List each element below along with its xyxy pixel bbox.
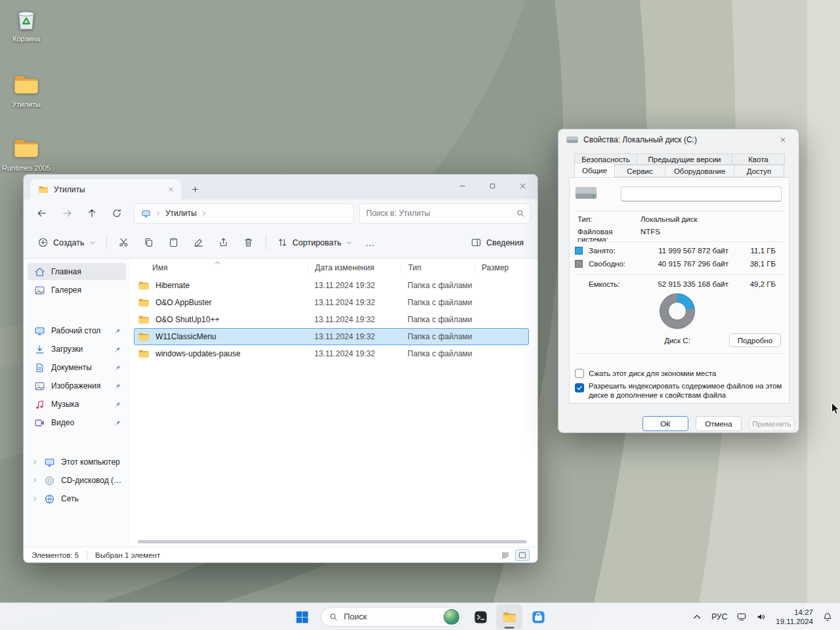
items-count: Элементов: 5 bbox=[32, 551, 79, 559]
tab-title: Утилиты bbox=[54, 185, 85, 194]
sidebar-item-home[interactable]: Главная bbox=[28, 263, 126, 280]
delete-button[interactable] bbox=[236, 232, 261, 254]
file-row-selected[interactable]: W11ClassicMenu 13.11.2024 19:32 Папка с … bbox=[134, 328, 529, 345]
copy-button[interactable] bbox=[136, 232, 161, 254]
back-button[interactable] bbox=[30, 203, 54, 224]
notification-bell-button[interactable] bbox=[818, 606, 837, 628]
details-pane-button[interactable]: Сведения bbox=[465, 232, 530, 253]
sidebar-item-desktop[interactable]: Рабочий стол bbox=[28, 322, 126, 339]
explorer-tab[interactable]: Утилиты bbox=[30, 179, 181, 200]
tab-tools[interactable]: Сервис bbox=[614, 165, 665, 177]
tab-quota[interactable]: Квота bbox=[732, 154, 785, 165]
pictures-icon bbox=[34, 381, 45, 392]
apply-button[interactable]: Применить bbox=[749, 416, 795, 431]
column-header-date[interactable]: Дата изменения bbox=[308, 262, 402, 274]
desktop-icon-runtimes[interactable]: Runtimes 2005 bbox=[0, 135, 52, 172]
cancel-button[interactable]: Отмена bbox=[696, 416, 742, 431]
rename-button[interactable] bbox=[186, 232, 211, 254]
view-list-button[interactable] bbox=[498, 549, 513, 561]
tab-close-button[interactable] bbox=[164, 183, 177, 196]
sidebar-item-cd-drive[interactable]: CD-дисковод (D:) C bbox=[28, 472, 126, 489]
sidebar-item-label: Документы bbox=[51, 363, 92, 372]
dialog-close-button[interactable] bbox=[770, 131, 796, 149]
tab-sharing[interactable]: Доступ bbox=[734, 165, 784, 177]
taskbar-app-dark[interactable] bbox=[467, 604, 494, 629]
column-header-type[interactable]: Тип bbox=[402, 262, 475, 274]
forward-button[interactable] bbox=[55, 203, 79, 224]
file-name: O&O AppBuster bbox=[156, 298, 211, 307]
more-options-button[interactable]: … bbox=[358, 237, 382, 248]
minimize-button[interactable] bbox=[447, 175, 477, 197]
sidebar-item-downloads[interactable]: Загрузки bbox=[28, 341, 126, 358]
taskbar-app-explorer[interactable] bbox=[496, 604, 522, 629]
file-list: Имя Дата изменения Тип Размер Hibernate … bbox=[130, 259, 537, 547]
folder-icon bbox=[138, 297, 150, 308]
language-indicator[interactable]: РУС bbox=[707, 606, 732, 628]
search-highlight-image[interactable] bbox=[444, 609, 459, 625]
column-header-name[interactable]: Имя bbox=[134, 262, 308, 274]
status-bar: Элементов: 5 Выбран 1 элемент bbox=[24, 547, 537, 562]
volume-tray-button[interactable] bbox=[751, 606, 771, 628]
index-checkbox[interactable] bbox=[575, 383, 584, 392]
compress-checkbox[interactable] bbox=[575, 369, 584, 378]
taskbar-search[interactable]: Поиск bbox=[320, 607, 462, 627]
close-icon bbox=[518, 182, 527, 190]
tab-general[interactable]: Общие bbox=[574, 163, 615, 177]
ok-button[interactable]: ОК bbox=[642, 416, 688, 431]
view-large-icons-button[interactable] bbox=[515, 549, 530, 561]
forward-icon bbox=[62, 208, 72, 219]
taskbar-app-store[interactable] bbox=[525, 604, 551, 629]
file-row[interactable]: O&O ShutUp10++ 13.11.2024 19:32 Папка с … bbox=[134, 311, 529, 328]
file-row[interactable]: windows-updates-pause 13.11.2024 19:32 П… bbox=[134, 345, 529, 362]
address-bar[interactable]: Утилиты bbox=[134, 203, 354, 224]
sidebar-item-music[interactable]: Музыка bbox=[28, 396, 126, 413]
cd-drive-icon bbox=[44, 475, 55, 486]
file-name: Hibernate bbox=[156, 281, 190, 290]
desktop-icon-utilities[interactable]: Утилиты bbox=[0, 71, 52, 108]
file-type: Папка с файлами bbox=[401, 315, 474, 324]
breadcrumb-item[interactable]: Утилиты bbox=[165, 209, 197, 218]
sidebar-item-videos[interactable]: Видео bbox=[28, 414, 126, 431]
sidebar-item-network[interactable]: Сеть bbox=[28, 490, 126, 507]
file-type: Папка с файлами bbox=[401, 298, 474, 307]
cut-button[interactable] bbox=[112, 232, 136, 254]
tab-bar: Утилиты bbox=[24, 175, 537, 200]
sidebar-item-label: Главная bbox=[51, 267, 81, 276]
close-button[interactable] bbox=[507, 175, 537, 197]
new-button[interactable]: Создать bbox=[32, 232, 102, 253]
sidebar-item-gallery[interactable]: Галерея bbox=[28, 282, 126, 299]
file-date: 13.11.2024 19:32 bbox=[308, 349, 401, 358]
file-date: 13.11.2024 19:32 bbox=[308, 315, 401, 324]
pin-icon bbox=[114, 419, 122, 427]
sort-button[interactable]: Сортировать bbox=[271, 232, 359, 253]
tab-hardware[interactable]: Оборудование bbox=[665, 165, 734, 177]
file-row[interactable]: O&O AppBuster 13.11.2024 19:32 Папка с ф… bbox=[134, 294, 529, 311]
explorer-search-box[interactable] bbox=[359, 203, 531, 224]
desktop: Корзина Утилиты Runtimes 2005 Утилиты bbox=[0, 0, 840, 630]
refresh-button[interactable] bbox=[105, 203, 129, 224]
sidebar-item-documents[interactable]: Документы bbox=[28, 359, 126, 376]
sidebar-item-pictures[interactable]: Изображения bbox=[28, 377, 126, 394]
new-tab-button[interactable] bbox=[186, 180, 203, 198]
up-button[interactable] bbox=[80, 203, 104, 224]
file-row[interactable]: Hibernate 13.11.2024 19:32 Папка с файла… bbox=[134, 277, 529, 294]
share-button[interactable] bbox=[211, 232, 236, 254]
tray-overflow-button[interactable] bbox=[687, 606, 707, 628]
paste-button[interactable] bbox=[161, 232, 186, 254]
network-tray-button[interactable] bbox=[732, 606, 751, 628]
chevron-right-icon bbox=[32, 495, 38, 502]
details-button[interactable]: Подробно bbox=[729, 333, 781, 347]
dialog-titlebar: Свойства: Локальный диск (C:) bbox=[558, 129, 799, 150]
bell-icon bbox=[822, 612, 833, 622]
maximize-button[interactable] bbox=[477, 175, 507, 197]
volume-label-input[interactable] bbox=[621, 186, 782, 201]
start-button[interactable] bbox=[289, 604, 315, 629]
clock[interactable]: 14:2719.11.2024 bbox=[771, 606, 818, 628]
file-name: W11ClassicMenu bbox=[156, 332, 216, 341]
horizontal-scrollbar[interactable] bbox=[138, 540, 527, 543]
tab-previous-versions[interactable]: Предыдущие версии bbox=[637, 154, 732, 165]
column-header-size[interactable]: Размер bbox=[475, 262, 528, 274]
desktop-icon-recycle-bin[interactable]: Корзина bbox=[0, 5, 52, 43]
sidebar-item-this-pc[interactable]: Этот компьютер bbox=[28, 453, 126, 471]
search-input[interactable] bbox=[366, 209, 516, 218]
